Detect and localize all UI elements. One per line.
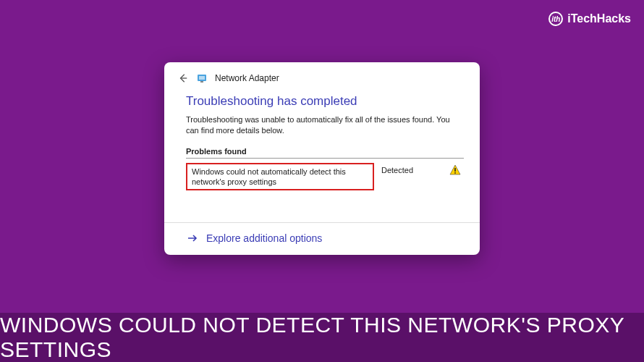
- back-button[interactable]: [177, 72, 189, 84]
- caption-text: WINDOWS COULD NOT DETECT THIS NETWORK'S …: [0, 313, 644, 362]
- explore-options-link[interactable]: Explore additional options: [164, 222, 480, 255]
- svg-rect-4: [454, 172, 456, 174]
- problems-list: Windows could not automatically detect t…: [186, 158, 464, 213]
- back-arrow-icon: [178, 73, 188, 83]
- dialog-header: Network Adapter: [164, 62, 480, 90]
- completion-subtext: Troubleshooting was unable to automatica…: [186, 114, 464, 137]
- svg-rect-2: [200, 81, 203, 83]
- troubleshooter-dialog: Network Adapter Troubleshooting has comp…: [164, 62, 480, 255]
- warning-icon: [449, 164, 461, 176]
- problem-item-text: Windows could not automatically detect t…: [192, 167, 368, 188]
- problem-status: Detected: [381, 166, 425, 174]
- watermark-brand: ith iTechHacks: [548, 12, 631, 26]
- brand-text: iTechHacks: [567, 12, 631, 25]
- explore-options-label: Explore additional options: [206, 232, 322, 244]
- problems-found-label: Problems found: [186, 147, 464, 156]
- dialog-body: Troubleshooting has completed Troublesho…: [164, 90, 480, 222]
- svg-rect-3: [454, 168, 456, 172]
- arrow-right-icon: [186, 232, 199, 245]
- caption-banner: WINDOWS COULD NOT DETECT THIS NETWORK'S …: [0, 313, 644, 362]
- completion-heading: Troubleshooting has completed: [186, 94, 464, 109]
- network-adapter-icon: [196, 72, 208, 84]
- svg-rect-1: [199, 76, 205, 80]
- brand-icon: ith: [548, 12, 563, 26]
- problem-highlight-box: Windows could not automatically detect t…: [186, 163, 374, 191]
- dialog-title: Network Adapter: [215, 73, 279, 83]
